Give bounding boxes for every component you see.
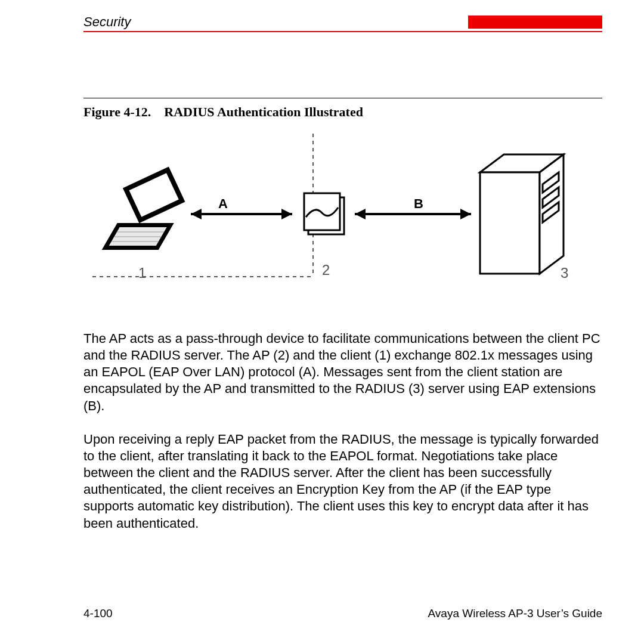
access-point-icon — [304, 193, 344, 234]
diagram-label-2: 2 — [322, 262, 330, 278]
diagram-label-3: 3 — [561, 265, 568, 281]
laptop-icon — [102, 167, 185, 250]
svg-marker-15 — [355, 209, 366, 219]
arrow-b — [355, 209, 471, 219]
svg-marker-10 — [191, 209, 202, 219]
page-number: 4-100 — [83, 607, 113, 620]
figure-title: RADIUS Authentication Illustrated — [164, 104, 363, 119]
paragraph-1: The AP acts as a pass-through device to … — [83, 330, 602, 414]
diagram-svg — [89, 131, 572, 298]
diagram-label-b: B — [414, 196, 423, 212]
book-title: Avaya Wireless AP-3 User’s Guide — [428, 607, 602, 620]
figure-label: Figure 4-12. — [83, 104, 151, 119]
section-title: Security — [83, 14, 131, 30]
svg-rect-18 — [480, 172, 540, 274]
diagram-label-1: 1 — [138, 265, 146, 281]
server-icon — [480, 154, 564, 274]
arrow-a — [191, 209, 292, 219]
diagram-label-a: A — [218, 196, 228, 212]
figure-caption: Figure 4-12.RADIUS Authentication Illust… — [83, 104, 602, 120]
header-accent-bar — [468, 16, 602, 29]
page-footer: 4-100 Avaya Wireless AP-3 User’s Guide — [83, 607, 602, 620]
svg-marker-16 — [460, 209, 471, 219]
paragraph-2: Upon receiving a reply EAP packet from t… — [83, 431, 602, 532]
svg-marker-11 — [281, 209, 292, 219]
figure-top-rule — [83, 98, 602, 98]
body-text: The AP acts as a pass-through device to … — [83, 330, 602, 532]
radius-auth-diagram: A B 1 2 3 — [89, 131, 572, 298]
page-header: Security — [83, 14, 602, 32]
